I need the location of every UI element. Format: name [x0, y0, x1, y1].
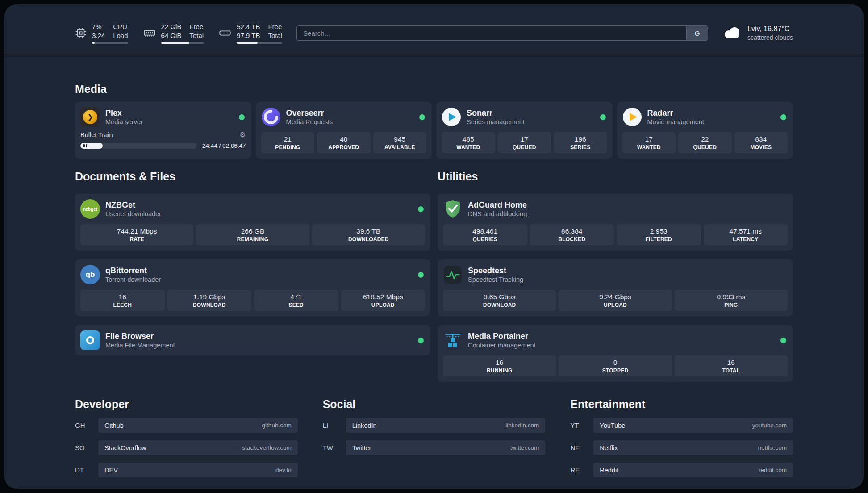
bookmark-abbr: SO [75, 444, 98, 451]
disk-progress-fill [237, 42, 258, 44]
section-documents: Documents & Files nzbget NZBGet Usenet d… [75, 170, 430, 355]
stat-upload: 618.52 Mbps UPLOAD [341, 290, 426, 311]
bookmark-abbr: DT [75, 466, 98, 474]
plex-now-playing: Bullet Train ⚙ 24:44 / 02:06:47 [80, 131, 246, 149]
bookmark-row: SO StackOverflow stackoverflow.com [75, 440, 298, 455]
search-provider-button[interactable]: G [686, 26, 708, 40]
adguard-description: DNS and adblocking [468, 210, 788, 218]
stat-download: 1.19 Gbps DOWNLOAD [167, 290, 252, 311]
topbar: 7% 3.24 CPU Load [4, 4, 864, 44]
plex-description: Media server [105, 118, 234, 126]
sonarr-description: Series management [467, 118, 595, 126]
stat-stopped: 0 STOPPED [559, 355, 672, 376]
stat-available: 945 AVAILABLE [373, 132, 427, 153]
cpu-readout: 7% 3.24 CPU Load [92, 22, 128, 44]
memory-progress-fill [161, 42, 189, 44]
portainer-status-dot [780, 338, 786, 343]
portainer-name: Media Portainer [468, 331, 775, 342]
qbittorrent-name: qBittorrent [105, 266, 413, 276]
card-radarr[interactable]: Radarr Movie management 17 WANTED 22 QUE… [617, 102, 793, 159]
disk-total-label: Total [268, 31, 282, 40]
overseerr-status-dot [419, 114, 425, 120]
card-qbittorrent[interactable]: qb qBittorrent Torrent downloader 16 LEE… [75, 259, 430, 316]
stat-ping: 0.993 ms PING [675, 290, 788, 311]
disk-free-label: Free [268, 22, 282, 31]
section-developer: Developer GH Github github.com SO StackO… [75, 398, 298, 477]
card-speedtest[interactable]: Speedtest Speedtest Tracking 9.65 Gbps D… [438, 259, 793, 316]
memory-progress-bar [161, 42, 204, 44]
documents-heading: Documents & Files [75, 170, 430, 183]
radarr-status-dot [780, 114, 786, 120]
section-entertainment: Entertainment YT YouTube youtube.com NF … [570, 398, 793, 477]
adguard-icon [443, 199, 463, 219]
topbar-divider [4, 54, 864, 54]
qbittorrent-icon: qb [80, 265, 100, 284]
playback-progress-fill [80, 143, 103, 149]
filebrowser-description: Media File Management [105, 341, 413, 349]
card-overseerr[interactable]: Overseerr Media Requests 21 PENDING 40 A… [256, 102, 432, 159]
memory-readout: 22 GiB 64 GiB Free Total [161, 22, 204, 44]
disk-progress-bar [237, 42, 282, 44]
card-plex[interactable]: ❯ Plex Media server Bullet Train ⚙ [75, 102, 251, 159]
cpu-usage-label: CPU [113, 22, 128, 31]
bookmark-reddit[interactable]: Reddit reddit.com [593, 463, 793, 477]
speedtest-description: Speedtest Tracking [468, 276, 788, 284]
bookmark-youtube[interactable]: YouTube youtube.com [593, 418, 793, 433]
bookmark-dev[interactable]: DEV dev.to [98, 463, 298, 477]
overseerr-description: Media Requests [286, 118, 414, 126]
stat-rate: 744.21 Mbps RATE [80, 224, 193, 245]
developer-heading: Developer [75, 398, 298, 411]
bookmark-row: RE Reddit reddit.com [570, 463, 793, 477]
adguard-name: AdGuard Home [468, 200, 788, 210]
entertainment-heading: Entertainment [570, 398, 793, 411]
cpu-load-label: Load [113, 31, 128, 40]
search-bar[interactable]: G [296, 25, 708, 41]
playback-progress-bar[interactable] [80, 143, 197, 149]
bookmark-linkedin[interactable]: LinkedIn linkedin.com [346, 418, 546, 433]
card-nzbget[interactable]: nzbget NZBGet Usenet downloader 744.21 M… [75, 194, 430, 251]
nzbget-status-dot [418, 206, 424, 212]
card-sonarr[interactable]: Sonarr Series management 485 WANTED 17 Q… [436, 102, 613, 159]
search-input[interactable] [297, 26, 686, 40]
stat-total: 16 TOTAL [675, 355, 788, 376]
bookmark-abbr: RE [570, 466, 593, 474]
portainer-icon [443, 330, 463, 350]
utilities-heading: Utilities [438, 170, 793, 183]
bookmark-row: LI LinkedIn linkedin.com [323, 418, 546, 433]
radarr-name: Radarr [647, 108, 776, 118]
card-portainer[interactable]: Media Portainer Container management 16 … [438, 325, 793, 382]
bookmark-abbr: TW [323, 444, 346, 451]
weather-location: Lviv, 16.87°C [747, 25, 793, 34]
bookmark-github[interactable]: Github github.com [98, 418, 298, 433]
stat-approved: 40 APPROVED [317, 132, 371, 153]
card-adguard[interactable]: AdGuard Home DNS and adblocking 498,461 … [438, 194, 793, 251]
speedtest-name: Speedtest [468, 266, 788, 276]
memory-total-label: Total [189, 31, 204, 40]
nzbget-name: NZBGet [105, 200, 413, 210]
disk-free-value: 52.4 TB [237, 22, 260, 31]
bookmark-netflix[interactable]: Netflix netflix.com [593, 440, 793, 455]
sonarr-icon [442, 107, 461, 127]
stat-blocked: 86,384 BLOCKED [530, 224, 614, 245]
stat-series: 196 SERIES [554, 132, 607, 153]
bookmark-twitter[interactable]: Twitter twitter.com [346, 440, 546, 455]
pause-icon[interactable] [83, 144, 85, 147]
bookmark-row: GH Github github.com [75, 418, 298, 433]
memory-total-value: 64 GiB [161, 31, 182, 40]
bookmark-row: DT DEV dev.to [75, 463, 298, 477]
sonarr-status-dot [600, 114, 606, 120]
cpu-usage-value: 7% [92, 22, 105, 31]
stat-download: 9.65 Gbps DOWNLOAD [443, 290, 556, 311]
plex-status-dot [239, 114, 245, 120]
plex-icon: ❯ [80, 107, 100, 127]
weather-condition: scattered clouds [747, 33, 793, 42]
card-filebrowser[interactable]: File Browser Media File Management [75, 325, 430, 355]
overseerr-icon [261, 107, 281, 127]
gear-icon[interactable]: ⚙ [239, 131, 246, 138]
bookmark-row: YT YouTube youtube.com [570, 418, 793, 433]
radarr-icon [622, 107, 642, 127]
bookmark-abbr: NF [570, 444, 593, 451]
stat-wanted: 17 WANTED [622, 132, 676, 153]
disk-widget: 52.4 TB 97.9 TB Free Total [219, 22, 282, 44]
bookmark-stackoverflow[interactable]: StackOverflow stackoverflow.com [98, 440, 298, 455]
